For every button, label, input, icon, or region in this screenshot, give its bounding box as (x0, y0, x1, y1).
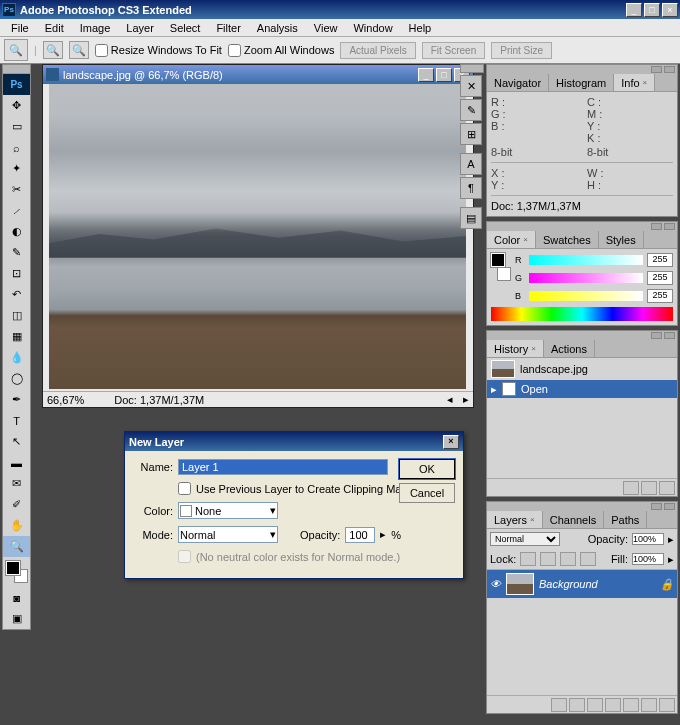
blur-tool[interactable]: 💧 (3, 347, 30, 368)
lock-move-icon[interactable] (560, 552, 576, 566)
notes-tool[interactable]: ✉ (3, 473, 30, 494)
menu-help[interactable]: Help (402, 21, 439, 35)
panel-min-icon[interactable] (651, 223, 662, 230)
zoom-tool[interactable]: 🔍 (3, 536, 30, 557)
g-slider[interactable] (529, 273, 643, 283)
menu-edit[interactable]: Edit (38, 21, 71, 35)
ps-logo-icon[interactable]: Ps (3, 74, 30, 95)
fit-screen-button[interactable]: Fit Screen (422, 42, 486, 59)
layer-opacity-input[interactable] (632, 533, 664, 545)
history-brush-tool[interactable]: ↶ (3, 284, 30, 305)
blend-mode-select[interactable]: Normal (490, 532, 560, 546)
tab-layers[interactable]: Layers× (487, 511, 543, 528)
eye-icon[interactable]: 👁 (490, 578, 501, 590)
color-bg[interactable] (497, 267, 511, 281)
dialog-close-button[interactable]: × (443, 435, 459, 449)
tab-navigator[interactable]: Navigator (487, 74, 549, 91)
zoom-value[interactable]: 66,67% (47, 394, 84, 406)
color-select[interactable]: None ▾ (178, 502, 278, 519)
zoom-all-check[interactable]: Zoom All Windows (228, 44, 334, 57)
clipping-mask-check[interactable] (178, 482, 191, 495)
tab-info[interactable]: Info× (614, 74, 655, 91)
tab-histogram[interactable]: Histogram (549, 74, 614, 91)
zoom-out-icon[interactable]: 🔍 (69, 41, 89, 59)
dodge-tool[interactable]: ◯ (3, 368, 30, 389)
path-tool[interactable]: ↖ (3, 431, 30, 452)
ok-button[interactable]: OK (399, 459, 455, 479)
doc-maximize-button[interactable]: □ (436, 68, 452, 82)
opacity-flyout-icon[interactable]: ▸ (380, 528, 386, 541)
lasso-tool[interactable]: ⌕ (3, 137, 30, 158)
r-slider[interactable] (529, 255, 643, 265)
spectrum-bar[interactable] (491, 307, 673, 321)
crop-tool[interactable]: ✂ (3, 179, 30, 200)
scroll-left-icon[interactable]: ◂ (447, 393, 453, 406)
menu-view[interactable]: View (307, 21, 345, 35)
quickmask-icon[interactable]: ◙ (3, 587, 30, 608)
history-snapshot[interactable]: landscape.jpg (487, 358, 677, 380)
document-titlebar[interactable]: landscape.jpg @ 66,7% (RGB/8) _ □ × (43, 65, 473, 84)
dialog-titlebar[interactable]: New Layer × (125, 432, 463, 451)
lock-all-icon[interactable] (580, 552, 596, 566)
group-icon[interactable] (623, 698, 639, 712)
palette-grip[interactable] (460, 64, 484, 73)
panel-min-icon[interactable] (651, 332, 662, 339)
tab-styles[interactable]: Styles (599, 231, 644, 248)
panel-close-icon[interactable] (664, 223, 675, 230)
eraser-tool[interactable]: ◫ (3, 305, 30, 326)
tab-color[interactable]: Color× (487, 231, 536, 248)
layer-background[interactable]: 👁 Background 🔒 (487, 570, 677, 598)
menu-filter[interactable]: Filter (209, 21, 247, 35)
new-layer-icon[interactable] (641, 698, 657, 712)
menu-analysis[interactable]: Analysis (250, 21, 305, 35)
gradient-tool[interactable]: ▦ (3, 326, 30, 347)
type-tool[interactable]: T (3, 410, 30, 431)
foreground-color[interactable] (6, 561, 20, 575)
maximize-button[interactable]: □ (644, 3, 660, 17)
pen-tool[interactable]: ✒ (3, 389, 30, 410)
new-doc-icon[interactable] (641, 481, 657, 495)
screenmode-icon[interactable]: ▣ (3, 608, 30, 629)
tab-paths[interactable]: Paths (604, 511, 647, 528)
panel-close-icon[interactable] (664, 332, 675, 339)
name-input[interactable] (178, 459, 388, 475)
print-size-button[interactable]: Print Size (491, 42, 552, 59)
canvas[interactable] (49, 84, 466, 389)
opacity-input[interactable] (345, 527, 375, 543)
tool-presets-icon[interactable]: ✕ (460, 75, 482, 97)
lock-transparent-icon[interactable] (520, 552, 536, 566)
tab-actions[interactable]: Actions (544, 340, 595, 357)
toolbox-header[interactable] (3, 65, 30, 74)
trash-icon[interactable] (659, 698, 675, 712)
color-fg[interactable] (491, 253, 505, 267)
history-state-open[interactable]: ▸ Open (487, 380, 677, 398)
marquee-tool[interactable]: ▭ (3, 116, 30, 137)
actual-pixels-button[interactable]: Actual Pixels (340, 42, 415, 59)
b-slider[interactable] (529, 291, 643, 301)
zoom-tool-preset-icon[interactable]: 🔍 (4, 39, 28, 61)
panel-close-icon[interactable] (664, 66, 675, 73)
cancel-button[interactable]: Cancel (399, 483, 455, 503)
layer-comps-icon[interactable]: ▤ (460, 207, 482, 229)
heal-tool[interactable]: ◐ (3, 221, 30, 242)
new-snapshot-icon[interactable] (623, 481, 639, 495)
hand-tool[interactable]: ✋ (3, 515, 30, 536)
resize-windows-check[interactable]: Resize Windows To Fit (95, 44, 222, 57)
adjustment-layer-icon[interactable] (605, 698, 621, 712)
shape-tool[interactable]: ▬ (3, 452, 30, 473)
panel-min-icon[interactable] (651, 66, 662, 73)
clone-source-icon[interactable]: ⊞ (460, 123, 482, 145)
trash-icon[interactable] (659, 481, 675, 495)
tab-history[interactable]: History× (487, 340, 544, 357)
layer-style-icon[interactable] (569, 698, 585, 712)
tab-channels[interactable]: Channels (543, 511, 604, 528)
layer-mask-icon[interactable] (587, 698, 603, 712)
close-button[interactable]: × (662, 3, 678, 17)
character-icon[interactable]: A (460, 153, 482, 175)
doc-minimize-button[interactable]: _ (418, 68, 434, 82)
menu-layer[interactable]: Layer (119, 21, 161, 35)
scroll-right-icon[interactable]: ▸ (463, 393, 469, 406)
eyedropper-tool[interactable]: ✐ (3, 494, 30, 515)
menu-select[interactable]: Select (163, 21, 208, 35)
wand-tool[interactable]: ✦ (3, 158, 30, 179)
